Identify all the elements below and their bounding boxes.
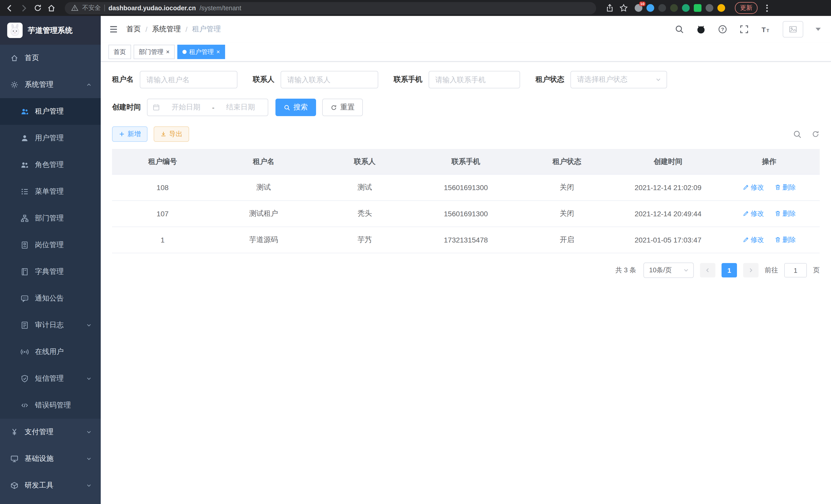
security-label[interactable]: 不安全	[82, 4, 101, 12]
sidebar-item-infra[interactable]: 基础设施	[0, 445, 101, 472]
sidebar-item-sms[interactable]: 短信管理	[0, 365, 101, 392]
status-select[interactable]: 请选择租户状态	[570, 71, 667, 88]
edit-link[interactable]: 修改	[742, 235, 764, 244]
tab-tenant[interactable]: 租户管理 ×	[177, 45, 225, 59]
sidebar-item-notice[interactable]: 通知公告	[0, 285, 101, 312]
gear-icon	[10, 81, 19, 89]
search-icon[interactable]	[675, 25, 684, 34]
logo-rabbit-icon	[7, 23, 23, 38]
shield-icon	[21, 375, 29, 383]
delete-link[interactable]: 删除	[774, 209, 796, 218]
sidebar-item-auditlog[interactable]: 审计日志	[0, 312, 101, 338]
sidebar-item-online[interactable]: 在线用户	[0, 338, 101, 365]
reset-button[interactable]: 重置	[322, 99, 363, 116]
edit-link[interactable]: 修改	[742, 183, 764, 192]
trash-icon	[774, 210, 781, 217]
sidebar-item-tenant[interactable]: 租户管理	[0, 98, 101, 125]
sidebar-item-user[interactable]: 用户管理	[0, 125, 101, 152]
chevron-down-icon	[86, 429, 91, 435]
tab-home[interactable]: 首页	[109, 45, 131, 59]
sidebar-item-system[interactable]: 系统管理	[0, 71, 101, 98]
forward-icon[interactable]	[19, 3, 28, 12]
extension-icon[interactable]	[717, 4, 725, 12]
phone-input[interactable]	[429, 71, 520, 88]
extension-icon[interactable]	[647, 4, 654, 12]
hamburger-icon[interactable]	[109, 25, 118, 34]
column-header: 联系手机	[415, 149, 516, 174]
sidebar-item-dict[interactable]: 字典管理	[0, 259, 101, 285]
close-icon[interactable]: ×	[217, 49, 220, 55]
extension-icon[interactable]	[670, 4, 678, 12]
tab-dept[interactable]: 部门管理 ×	[134, 45, 175, 59]
log-icon	[21, 321, 29, 329]
github-icon[interactable]	[696, 25, 706, 34]
tenant-name-input[interactable]	[140, 71, 237, 88]
page-number-button[interactable]: 1	[721, 263, 737, 277]
sidebar-item-label: 租户管理	[35, 107, 64, 116]
date-end-placeholder: 结束日期	[219, 103, 263, 112]
badge-icon	[21, 241, 29, 249]
page-size-select[interactable]: 10条/页	[643, 263, 694, 278]
prev-page-button[interactable]	[700, 263, 715, 277]
export-button[interactable]: 导出	[154, 126, 189, 142]
delete-link[interactable]: 删除	[774, 235, 796, 244]
back-icon[interactable]	[5, 3, 15, 12]
font-size-icon[interactable]: TT	[761, 25, 770, 34]
breadcrumb-current: 租户管理	[192, 25, 221, 34]
download-icon	[160, 131, 167, 137]
fullscreen-icon[interactable]	[740, 25, 749, 34]
browser-update-button[interactable]: 更新	[735, 2, 757, 14]
sidebar-item-dept[interactable]: 部门管理	[0, 205, 101, 232]
date-range-picker[interactable]: 开始日期 - 结束日期	[147, 99, 268, 116]
search-button[interactable]: 搜索	[276, 99, 316, 116]
sidebar-item-home[interactable]: 首页	[0, 45, 101, 71]
sidebar-item-payment[interactable]: 支付管理	[0, 419, 101, 445]
contact-input[interactable]	[281, 71, 378, 88]
sidebar-item-label: 短信管理	[35, 374, 64, 383]
next-page-button[interactable]	[743, 263, 758, 277]
extension-badge: 10	[639, 2, 646, 6]
page-unit-label: 页	[813, 266, 820, 275]
help-icon[interactable]: ?	[718, 25, 727, 34]
breadcrumb-system[interactable]: 系统管理	[152, 25, 181, 34]
sidebar-item-post[interactable]: 岗位管理	[0, 232, 101, 259]
edit-link[interactable]: 修改	[742, 209, 764, 218]
extension-icon[interactable]	[706, 4, 713, 12]
delete-link[interactable]: 删除	[774, 183, 796, 192]
extension-icon[interactable]	[682, 4, 690, 12]
browser-menu-icon[interactable]	[766, 4, 768, 11]
cell-actions: 修改 删除	[718, 174, 820, 201]
refresh-icon	[331, 104, 337, 111]
app-logo[interactable]: 芋道管理系统	[0, 16, 101, 45]
table-refresh-icon[interactable]	[811, 130, 820, 139]
table-body: 108 测试 测试 15601691300 关闭 2021-12-14 21:0…	[112, 174, 820, 253]
caret-down-icon[interactable]	[815, 28, 821, 31]
browser-toolbar: 不安全 dashboard.yudao.iocoder.cn/system/te…	[0, 0, 831, 16]
avatar[interactable]	[783, 21, 803, 37]
breadcrumb-home[interactable]: 首页	[126, 25, 141, 34]
bookmark-star-icon[interactable]	[619, 3, 628, 12]
column-header: 操作	[718, 149, 820, 174]
sidebar-item-role[interactable]: 角色管理	[0, 152, 101, 178]
sidebar-item-label: 菜单管理	[35, 187, 64, 196]
tags-view: 首页 部门管理 × 租户管理 ×	[101, 42, 831, 62]
add-button[interactable]: 新增	[112, 126, 147, 142]
sidebar-item-errorcode[interactable]: 错误码管理	[0, 392, 101, 419]
extension-icon[interactable]	[694, 4, 701, 12]
extension-icon[interactable]	[658, 4, 666, 12]
goto-page-input[interactable]	[784, 263, 807, 277]
extension-icon[interactable]: 10	[635, 4, 642, 12]
table-row: 108 测试 测试 15601691300 关闭 2021-12-14 21:0…	[112, 174, 820, 201]
delete-link-label: 删除	[782, 183, 796, 192]
browser-home-icon[interactable]	[47, 3, 56, 12]
table-search-toggle-icon[interactable]	[793, 130, 802, 139]
org-icon	[21, 214, 29, 223]
role-icon	[21, 161, 29, 169]
cell-tenant-name: 测试租户	[213, 201, 314, 227]
share-icon[interactable]	[605, 3, 614, 12]
sidebar-item-menu[interactable]: 菜单管理	[0, 178, 101, 205]
close-icon[interactable]: ×	[166, 49, 170, 55]
sidebar-item-devtools[interactable]: 研发工具	[0, 472, 101, 499]
address-bar[interactable]: 不安全 dashboard.yudao.iocoder.cn/system/te…	[65, 2, 596, 14]
reload-icon[interactable]	[33, 3, 42, 12]
